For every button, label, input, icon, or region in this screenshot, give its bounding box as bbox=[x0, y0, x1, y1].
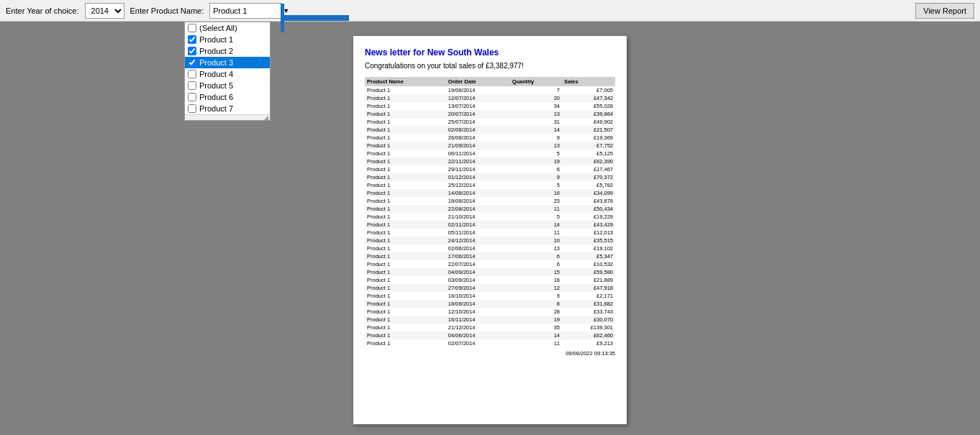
product-input[interactable] bbox=[209, 3, 281, 19]
table-cell: 16 bbox=[510, 276, 562, 284]
table-cell: £5,782 bbox=[562, 181, 615, 189]
checkbox-product3[interactable] bbox=[188, 58, 196, 67]
checkbox-product6[interactable] bbox=[188, 93, 196, 101]
table-cell: 14 bbox=[510, 126, 562, 134]
table-cell: £31,882 bbox=[562, 300, 615, 308]
table-cell: £62,390 bbox=[562, 157, 615, 165]
view-report-button[interactable]: View Report bbox=[915, 3, 974, 19]
col-header-product: Product Name bbox=[365, 77, 446, 86]
year-label: Enter Year of choice: bbox=[6, 6, 79, 15]
table-cell: 18/09/2014 bbox=[446, 300, 510, 308]
table-cell: 34 bbox=[510, 102, 562, 110]
dropdown-item-product5[interactable]: Product 5 bbox=[185, 80, 270, 91]
table-cell: 02/08/2014 bbox=[446, 126, 510, 134]
dropdown-item-product7[interactable]: Product 7 bbox=[185, 103, 270, 114]
table-cell: 24/12/2014 bbox=[446, 237, 510, 244]
table-row: Product 102/08/201414£21,507 bbox=[365, 126, 615, 134]
table-cell: £49,902 bbox=[562, 118, 615, 126]
col-header-date: Order Date bbox=[446, 77, 510, 86]
dropdown-item-product2[interactable]: Product 2 bbox=[185, 45, 270, 57]
table-cell: 12/07/2014 bbox=[446, 94, 510, 102]
dropdown-item-select-all[interactable]: (Select All) bbox=[185, 22, 270, 34]
table-cell: Product 1 bbox=[365, 86, 446, 94]
dropdown-item-product1[interactable]: Product 1 bbox=[185, 34, 270, 45]
table-cell: 17/06/2014 bbox=[446, 252, 510, 260]
report-subtitle: Congratulations on your total sales of £… bbox=[365, 62, 615, 70]
checkbox-product7[interactable] bbox=[188, 104, 196, 113]
table-cell: 35 bbox=[510, 324, 562, 331]
checkbox-select-all[interactable] bbox=[188, 24, 196, 32]
table-cell: 5 bbox=[510, 181, 562, 189]
table-row: Product 118/08/201423£43,878 bbox=[365, 197, 615, 205]
checkbox-product5[interactable] bbox=[188, 81, 196, 90]
table-row: Product 119/06/20147£7,005 bbox=[365, 86, 615, 94]
table-row: Product 116/11/201419£30,070 bbox=[365, 316, 615, 324]
table-cell: £19,369 bbox=[562, 134, 615, 142]
table-cell: £21,889 bbox=[562, 276, 615, 284]
table-row: Product 102/07/201411£9,213 bbox=[365, 339, 615, 347]
table-cell: Product 1 bbox=[365, 308, 446, 316]
table-cell: 02/06/2014 bbox=[446, 244, 510, 252]
table-cell: 01/12/2014 bbox=[446, 173, 510, 181]
table-cell: 11 bbox=[510, 339, 562, 347]
table-cell: 9 bbox=[510, 134, 562, 142]
table-row: Product 113/07/201434£55,028 bbox=[365, 102, 615, 110]
table-row: Product 121/10/20145£19,229 bbox=[365, 213, 615, 221]
table-cell: Product 1 bbox=[365, 244, 446, 252]
table-cell: £62,460 bbox=[562, 331, 615, 339]
year-select[interactable]: 2014 2013 2015 2016 bbox=[85, 3, 124, 19]
table-cell: 16/11/2014 bbox=[446, 316, 510, 324]
table-cell: Product 1 bbox=[365, 229, 446, 237]
checkbox-product1[interactable] bbox=[188, 35, 196, 44]
dropdown-item-product4[interactable]: Product 4 bbox=[185, 68, 270, 80]
report-paper: News letter for New South Wales Congratu… bbox=[353, 36, 627, 424]
report-title: News letter for New South Wales bbox=[365, 47, 615, 58]
table-cell: Product 1 bbox=[365, 102, 446, 110]
table-cell: Product 1 bbox=[365, 276, 446, 284]
table-cell: 02/07/2014 bbox=[446, 339, 510, 347]
table-cell: Product 1 bbox=[365, 221, 446, 229]
product-input-wrapper: ▼ bbox=[209, 3, 289, 19]
table-cell: £39,864 bbox=[562, 110, 615, 118]
table-cell: 18/10/2014 bbox=[446, 292, 510, 300]
table-cell: £21,507 bbox=[562, 126, 615, 134]
table-row: Product 102/06/201413£19,102 bbox=[365, 244, 615, 252]
table-cell: £19,102 bbox=[562, 244, 615, 252]
table-cell: Product 1 bbox=[365, 110, 446, 118]
table-cell: £70,372 bbox=[562, 173, 615, 181]
table-cell: £30,070 bbox=[562, 316, 615, 324]
dropdown-item-product3[interactable]: Product 3 bbox=[185, 57, 270, 68]
table-cell: Product 1 bbox=[365, 260, 446, 268]
table-cell: 19/06/2014 bbox=[446, 86, 510, 94]
table-cell: £17,467 bbox=[562, 165, 615, 173]
table-cell: 28 bbox=[510, 308, 562, 316]
product-label: Enter Product Name: bbox=[130, 6, 204, 15]
table-row: Product 129/11/20146£17,467 bbox=[365, 165, 615, 173]
table-header-row: Product Name Order Date Quantity Sales bbox=[365, 77, 615, 86]
table-cell: 9 bbox=[510, 173, 562, 181]
table-cell: 19 bbox=[510, 316, 562, 324]
table-cell: 22/07/2014 bbox=[446, 260, 510, 268]
dropdown-resize-handle[interactable]: ◢ bbox=[185, 114, 270, 120]
table-cell: 13 bbox=[510, 110, 562, 118]
table-cell: £5,125 bbox=[562, 150, 615, 157]
table-cell: 23 bbox=[510, 197, 562, 205]
table-cell: Product 1 bbox=[365, 292, 446, 300]
table-cell: £9,213 bbox=[562, 339, 615, 347]
main-content: News letter for New South Wales Congratu… bbox=[0, 22, 980, 435]
checkbox-product4[interactable] bbox=[188, 70, 196, 78]
dropdown-item-product6[interactable]: Product 6 bbox=[185, 91, 270, 103]
table-cell: 13 bbox=[510, 244, 562, 252]
table-cell: £5,347 bbox=[562, 252, 615, 260]
table-cell: 7 bbox=[510, 86, 562, 94]
table-row: Product 122/08/201411£50,434 bbox=[365, 205, 615, 213]
table-row: Product 102/11/201414£43,429 bbox=[365, 221, 615, 229]
table-cell: 20 bbox=[510, 94, 562, 102]
table-row: Product 121/09/201413£7,752 bbox=[365, 142, 615, 150]
table-cell: £43,429 bbox=[562, 221, 615, 229]
table-cell: 14 bbox=[510, 221, 562, 229]
table-cell: £34,099 bbox=[562, 189, 615, 197]
table-row: Product 118/10/20149£2,171 bbox=[365, 292, 615, 300]
table-cell: Product 1 bbox=[365, 118, 446, 126]
checkbox-product2[interactable] bbox=[188, 47, 196, 55]
